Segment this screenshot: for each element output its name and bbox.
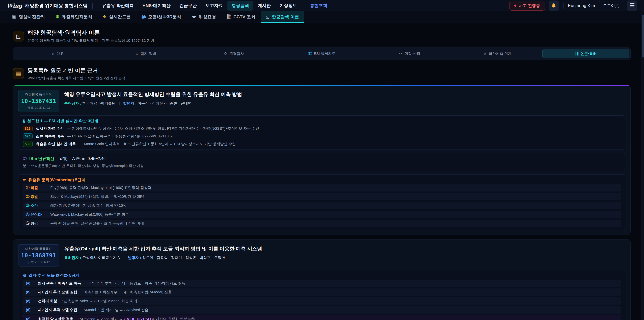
page-subtitle: 유출유 원격탐지·항공감시 기법·ESI 방제정보지도·등록특허 10-1567… bbox=[28, 38, 154, 43]
tab-label: CCTV 조회 bbox=[234, 14, 255, 20]
pill-tab-detection-equipment[interactable]: ⊙ 탐지 장비 bbox=[103, 49, 189, 58]
vertical-scrollbar[interactable] bbox=[642, 0, 644, 320]
pencil-icon: ✏ bbox=[23, 178, 26, 182]
patent2-number-badge: 대한민국 등록특허 10-1868791 등록: 2018.06.12 bbox=[18, 244, 59, 266]
spiral-icon: ◎ bbox=[23, 156, 27, 161]
patent-card-2: 대한민국 등록특허 10-1868791 등록: 2018.06.12 유출유(… bbox=[13, 239, 630, 320]
notification-bell-button[interactable] bbox=[548, 1, 559, 11]
patent-number: 10-1868791 bbox=[20, 252, 57, 259]
pill-tab-esi-map[interactable]: ▦ ESI 방제지도 bbox=[278, 49, 365, 58]
triangle-ruler-icon: ◺ bbox=[16, 33, 21, 39]
tab-label: 영상사진관리 bbox=[19, 14, 45, 20]
tab-cctv[interactable]: ▦ CCTV 조회 bbox=[221, 12, 260, 23]
hamburger-icon: ☰ bbox=[630, 2, 634, 9]
opt-step-b: (b) 제1 입자 추적 모델 실행 : 예측자료 + 확산계수 → 제1 예측… bbox=[23, 288, 621, 296]
drone-icon: ✈ bbox=[103, 14, 107, 20]
pill-tab-remote-sensing[interactable]: ☆ 원격탐사 bbox=[190, 49, 277, 58]
tab-pollution-ship-3d[interactable]: ◉ 오염/선박3D분석 bbox=[136, 12, 186, 23]
tab-aerial-search-theory[interactable]: ◺ 항공탐색 이론 bbox=[260, 12, 304, 23]
row-number: ⑤ bbox=[26, 221, 30, 225]
step-name: 실시간 자료 수신 bbox=[36, 126, 64, 131]
fbm-box: ◎ fBm 난류확산 | σ²(t) = A·tᵐ, m=0.45~2.46 분… bbox=[18, 153, 626, 171]
opt-step-c: (c) 전처리 차분 : 관측경로 Δobs ↔ 제1모델 ΔModel 차분 … bbox=[23, 297, 621, 305]
nav-item-rescue[interactable]: 긴급구난 bbox=[175, 1, 201, 11]
fbm-formula: σ²(t) = A·tᵐ, m=0.45~2.46 bbox=[60, 156, 106, 161]
step-desc: — 기상예측시스템·위성영상수신시스템·검조소 인터넷 연결. FTP로 기상자… bbox=[67, 126, 259, 131]
incident-status-badge[interactable]: 사고 진행중 bbox=[509, 1, 545, 11]
row-number: ① bbox=[26, 186, 30, 190]
nav-item-reports[interactable]: 보고자료 bbox=[201, 1, 227, 11]
step-name: 유출유 확산 실시간 예측 bbox=[36, 141, 76, 147]
pill-tab-overview[interactable]: ⊕ 개요 bbox=[14, 49, 101, 58]
camera-icon: ▣ bbox=[12, 14, 16, 20]
map-icon: ▦ bbox=[308, 51, 312, 56]
patent-country: 대한민국 등록특허 bbox=[20, 247, 57, 251]
row-desc: Water-in-oil. Mackay et al.(1980) 풍속·수분 … bbox=[50, 212, 129, 217]
incident-label: 사고 진행중 bbox=[519, 3, 540, 9]
nav-item-hns[interactable]: HNS·대기확산 bbox=[138, 1, 175, 11]
weathering-row-sinking: ⑤ 침강 용해·미생물 분해. 질량 손실률 ≈ 초기 누유량에 선형 비례 bbox=[23, 220, 621, 227]
pill-tab-papers-patents[interactable]: ▥ 논문·특허 bbox=[542, 49, 629, 58]
step-badge: S30 bbox=[23, 141, 32, 147]
nav-item-board[interactable]: 게시판 bbox=[254, 1, 275, 11]
pill-tab-area-calculation[interactable]: ✏ 면적 산정 bbox=[366, 49, 453, 58]
area-analysis-icon: ✳ bbox=[56, 14, 59, 20]
patent-reg-date: 등록: 2018.06.12 bbox=[20, 260, 57, 264]
page-icon-box: ◺ bbox=[13, 31, 24, 42]
pill-label: 원격탐사 bbox=[229, 51, 244, 56]
page-title: 해양 항공탐색·원격탐사 이론 bbox=[28, 29, 154, 37]
nav-item-aerial-search[interactable]: 항공탐색 bbox=[227, 1, 254, 11]
row-number: ③ bbox=[26, 203, 30, 208]
tab-spill-area-analysis[interactable]: ✳ 유출유면적분석 bbox=[50, 12, 98, 23]
pill-label: 면적 산정 bbox=[404, 51, 420, 56]
magnifier-icon: ◉ bbox=[142, 14, 146, 20]
step-desc: — Monte Carlo 입자추적 + fBm 난류확산 + 풍화 5단계 →… bbox=[79, 141, 236, 147]
user-name: Eunjeong Kim bbox=[568, 3, 595, 8]
step-key: (b) bbox=[26, 290, 34, 294]
tab-photo-management[interactable]: ▣ 영상사진관리 bbox=[7, 12, 50, 23]
step-key: (a) bbox=[26, 281, 34, 285]
row-number: ② bbox=[26, 194, 30, 199]
row-name: 소산 bbox=[30, 203, 38, 208]
main-nav: 유출유 확산예측 HNS·대기확산 긴급구난 보고자료 항공탐색 게시판 기상정… bbox=[98, 1, 331, 11]
weathering-row-spreading: ① 퍼짐 Fay(1969): 중력-관성력. Mackay et al.(19… bbox=[23, 184, 621, 191]
tab-realtime-drone[interactable]: ✈ 실시간드론 bbox=[98, 12, 136, 23]
nav-item-weather[interactable]: 기상정보 bbox=[275, 1, 301, 11]
row-desc: Fay(1969): 중력-관성력. Mackay et al.(1980) 표… bbox=[50, 185, 152, 190]
step-desc: : GPS 뜰개 투하 → 실제 이동경로 + 예측 기상·해양자료 취득 bbox=[85, 281, 185, 286]
scrollbar-thumb[interactable] bbox=[642, 15, 644, 58]
divider bbox=[304, 3, 304, 9]
step-name: 최적화 알고리즘 적용 bbox=[38, 316, 73, 320]
pill-label: 논문·특허 bbox=[580, 51, 596, 56]
pill-label: ESI 방제지도 bbox=[314, 51, 336, 56]
inventors-value: 김도연 · 김용혁 · 김충기 · 김성은 · 박상훈 · 오정환 bbox=[142, 255, 225, 260]
row-desc: 쇄파 기인. 파도에너지·풍속 함수. 전체 약 15% bbox=[50, 203, 126, 208]
menu-button[interactable]: ☰ bbox=[627, 1, 637, 11]
patent1-title: 해양 유류오염사고 발생시 효율적인 방제방안 수립을 위한 유출유 확산 예측… bbox=[64, 91, 242, 98]
claims-header: § 청구항 1 — ESI 기반 실시간 확산 3단계 bbox=[23, 118, 621, 124]
main-content: ◺ 해양 항공탐색·원격탐사 이론 유출유 원격탐지·항공감시 기법·ESI 방… bbox=[0, 23, 644, 320]
nav-item-spill-prediction[interactable]: 유출유 확산예측 bbox=[98, 1, 138, 11]
row-desc: 용해·미생물 분해. 질량 손실률 ≈ 초기 누유량에 선형 비례 bbox=[50, 221, 144, 226]
opt-step-a: (a) 뜰개 관측 + 예측자료 취득 : GPS 뜰개 투하 → 실제 이동경… bbox=[23, 279, 621, 287]
section-title: 등록특허 원문 기반 이론 근거 bbox=[28, 67, 125, 74]
separator: | bbox=[124, 255, 124, 260]
dish-icon: ⊙ bbox=[136, 51, 138, 56]
separator: | bbox=[56, 156, 58, 161]
step-desc: : 관측경로 Δobs ↔ 제1모델 ΔModel 차분 처리 bbox=[62, 298, 137, 303]
optimization-box: ⚙ 입자 추적 모듈 최적화 5단계 (a) 뜰개 관측 + 예측자료 취득 :… bbox=[18, 270, 626, 320]
row-name: 유상화 bbox=[30, 212, 42, 216]
step-desc: : ΔModel 기반 제2모델 → ΔRevised 산출 bbox=[82, 307, 148, 312]
claim-book-icon: § bbox=[23, 119, 25, 123]
bell-icon bbox=[551, 3, 556, 9]
algorithms-highlight: GA·DE·HS·PSO bbox=[124, 317, 151, 320]
triangle-ruler-icon: ◺ bbox=[266, 14, 269, 20]
nav-item-integrated-search[interactable]: 통합조회 bbox=[306, 1, 331, 11]
pill-tab-prediction-link[interactable]: ∞ 확산예측 연계 bbox=[454, 49, 541, 58]
tab-satellite-request[interactable]: ★ 위성요청 bbox=[186, 12, 221, 23]
claim-step-s10: S10 실시간 자료 수신 — 기상예측시스템·위성영상수신시스템·검조소 인터… bbox=[23, 126, 621, 131]
owner-value: 한국해양과학기술원 bbox=[82, 101, 116, 105]
pill-label: 탐지 장비 bbox=[140, 51, 156, 56]
logout-button[interactable]: 로그아웃 bbox=[599, 1, 623, 10]
patent2-meta: 특허권자 : 주식회사 아라종합기술 | 발명자 : 김도연 · 김용혁 · 김… bbox=[64, 255, 262, 260]
